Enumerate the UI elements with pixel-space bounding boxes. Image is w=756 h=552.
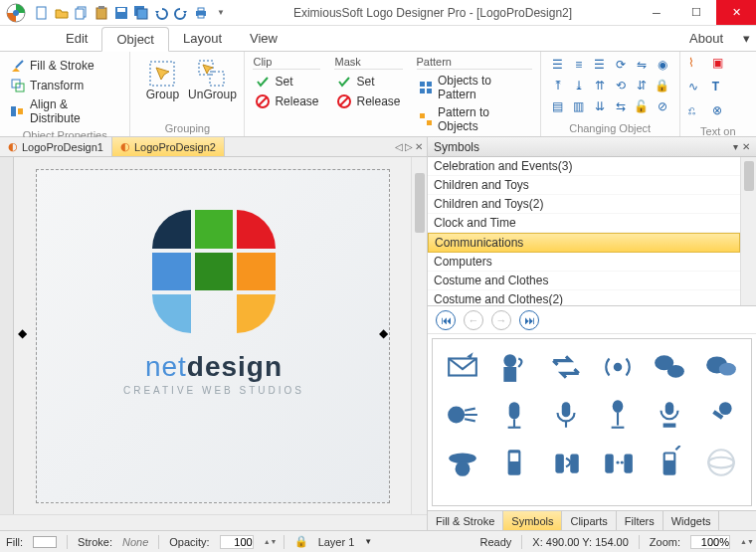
symbol-speech-overlap-icon[interactable]: [697, 345, 745, 389]
nav-first-button[interactable]: ⏮: [436, 310, 456, 330]
category-item-selected[interactable]: Communications: [428, 233, 740, 253]
qat-open-icon[interactable]: [54, 5, 70, 21]
text-t-icon[interactable]: T: [712, 80, 732, 99]
symbol-handheld-mic-icon[interactable]: [697, 393, 745, 437]
symbol-cellphone-icon[interactable]: [490, 441, 538, 484]
zoom-input[interactable]: [690, 535, 730, 549]
symbol-phone-transfer-icon[interactable]: [594, 441, 642, 484]
symbol-talking-person-icon[interactable]: [490, 345, 538, 389]
to-top-icon[interactable]: ⇈: [591, 77, 609, 94]
symbol-phone-signal-icon[interactable]: [542, 441, 590, 484]
lower-icon[interactable]: ⤓: [570, 77, 588, 94]
about-link[interactable]: About: [675, 26, 737, 51]
handle-left[interactable]: ◆: [18, 326, 28, 336]
tab-next-icon[interactable]: ▷: [405, 141, 413, 152]
send-back-icon[interactable]: ▤: [549, 97, 567, 115]
group-button[interactable]: Group: [138, 56, 186, 120]
lock-icon[interactable]: 🔒: [654, 77, 671, 94]
artboard[interactable]: netdesign CREATIVE WEB STUDIOS: [36, 169, 390, 503]
align-distribute-button[interactable]: Align & Distribute: [8, 95, 121, 127]
symbol-broadcast-icon[interactable]: [594, 345, 642, 389]
doc-tab-2[interactable]: ◐LogoProDesign2: [112, 137, 225, 156]
reflect-icon[interactable]: ⇆: [612, 97, 630, 115]
bottom-tab-symbols[interactable]: Symbols: [503, 511, 562, 530]
text-curve-icon[interactable]: ∿: [688, 80, 708, 99]
layer-name[interactable]: Layer 1: [318, 536, 355, 548]
symbol-shout-icon[interactable]: [439, 393, 486, 437]
qat-copy-icon[interactable]: [74, 5, 90, 21]
bottom-tab-filters[interactable]: Filters: [617, 511, 663, 530]
bottom-tab-fillstroke[interactable]: Fill & Stroke: [428, 511, 503, 530]
nav-next-button[interactable]: →: [491, 310, 511, 330]
tab-close-icon[interactable]: ✕: [415, 141, 423, 152]
bottom-tab-widgets[interactable]: Widgets: [663, 511, 720, 530]
symbol-envelope-icon[interactable]: [439, 345, 486, 389]
tab-prev-icon[interactable]: ◁: [395, 141, 403, 152]
mask-set-button[interactable]: Set: [334, 72, 402, 92]
pattern-to-objects-button[interactable]: Pattern to Objects: [417, 103, 532, 135]
symbol-globe-icon[interactable]: [697, 441, 745, 484]
symbol-mic-icon[interactable]: [542, 393, 590, 437]
tab-layout[interactable]: Layout: [169, 26, 236, 51]
tab-object[interactable]: Object: [101, 27, 169, 52]
panel-close-icon[interactable]: ✕: [742, 141, 750, 152]
delete-icon[interactable]: ⊘: [654, 97, 671, 115]
qat-paste-icon[interactable]: [94, 5, 109, 21]
ungroup-button[interactable]: UnGroup: [188, 56, 236, 120]
nav-last-button[interactable]: ⏭: [519, 310, 539, 330]
qat-undo-icon[interactable]: [153, 5, 169, 21]
zoom-stepper[interactable]: ▲▼: [740, 539, 750, 544]
nav-prev-button[interactable]: ←: [464, 310, 483, 330]
clip-set-button[interactable]: Set: [253, 72, 320, 92]
symbol-arrows-exchange-icon[interactable]: [542, 345, 590, 389]
align-left-icon[interactable]: ☰: [549, 56, 567, 74]
rotate-cw-icon[interactable]: ⟳: [612, 56, 630, 74]
symbol-rotary-phone-icon[interactable]: [439, 441, 486, 484]
category-item[interactable]: Children and Toys(2): [428, 195, 740, 214]
panel-pin-icon[interactable]: ▾: [733, 141, 738, 152]
qat-saveall-icon[interactable]: [133, 5, 149, 21]
fill-stroke-button[interactable]: Fill & Stroke: [8, 56, 121, 76]
maximize-button[interactable]: ☐: [676, 0, 716, 25]
qat-new-icon[interactable]: [34, 5, 50, 21]
symbol-retro-mic-icon[interactable]: [490, 393, 538, 437]
mask-release-button[interactable]: Release: [334, 92, 402, 111]
tab-edit[interactable]: Edit: [52, 26, 101, 51]
opacity-stepper[interactable]: ▲▼: [264, 539, 274, 544]
scrollbar-horizontal[interactable]: [0, 514, 427, 530]
category-scrollbar[interactable]: [740, 157, 756, 305]
qat-print-icon[interactable]: [193, 5, 209, 21]
raise-icon[interactable]: ⤒: [549, 77, 567, 94]
symbol-phone-flip-icon[interactable]: [646, 441, 693, 484]
qat-redo-icon[interactable]: [173, 5, 189, 21]
symbol-chat-bubbles-icon[interactable]: [646, 345, 693, 389]
layer-lock-icon[interactable]: 🔒: [294, 535, 308, 548]
text-remove-icon[interactable]: ⊗: [712, 103, 732, 123]
tab-view[interactable]: View: [236, 26, 291, 51]
help-dropdown[interactable]: ▾: [737, 26, 756, 51]
align-right-icon[interactable]: ☰: [591, 56, 609, 74]
text-box-icon[interactable]: ▣: [712, 56, 732, 76]
objects-to-pattern-button[interactable]: Objects to Pattern: [417, 72, 532, 103]
scrollbar-vertical[interactable]: [411, 157, 427, 514]
to-bottom-icon[interactable]: ⇊: [591, 97, 609, 115]
opacity-input[interactable]: [220, 535, 254, 549]
symbol-mic-desk-icon[interactable]: [646, 393, 693, 437]
transform-button[interactable]: Transform: [8, 76, 121, 95]
minimize-button[interactable]: ─: [637, 0, 676, 25]
doc-tab-1[interactable]: ◐LogoProDesign1: [0, 137, 112, 156]
category-item[interactable]: Clock and Time: [428, 214, 740, 233]
rotate-ccw-icon[interactable]: ⟲: [612, 77, 630, 94]
canvas[interactable]: netdesign CREATIVE WEB STUDIOS ◆ ◆: [14, 157, 411, 514]
category-item[interactable]: Children and Toys: [428, 176, 740, 195]
text-flow-icon[interactable]: ⎌: [688, 103, 708, 123]
handle-right[interactable]: ◆: [379, 326, 389, 336]
flip-v-icon[interactable]: ⇵: [633, 77, 651, 94]
text-path-icon[interactable]: ⌇: [688, 56, 708, 76]
category-item[interactable]: Costume and Clothes(2): [428, 290, 740, 306]
logo-object[interactable]: netdesign CREATIVE WEB STUDIOS: [122, 210, 305, 396]
visibility-icon[interactable]: ◉: [654, 56, 671, 74]
qat-dropdown-icon[interactable]: ▼: [213, 5, 229, 21]
clip-release-button[interactable]: Release: [253, 92, 320, 111]
category-item[interactable]: Costume and Clothes: [428, 272, 740, 290]
